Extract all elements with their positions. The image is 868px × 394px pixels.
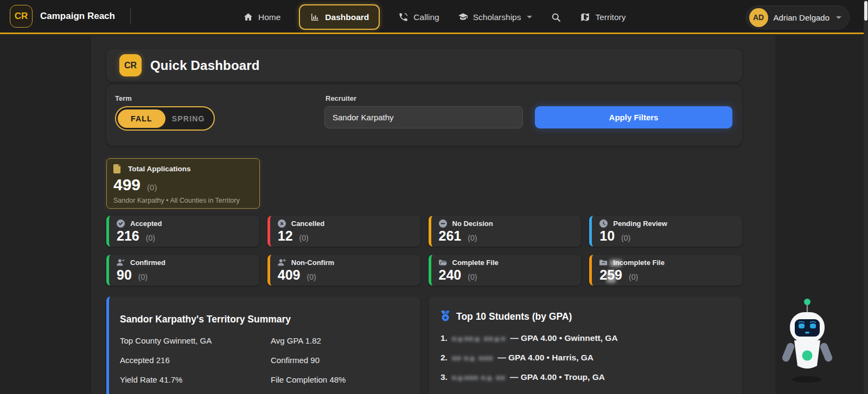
student-list-item: 2. ●● ●▲ ●●● — GPA 4.00 • Harris, GA bbox=[441, 353, 730, 363]
stat-label: Non-Confirm bbox=[291, 259, 334, 267]
home-icon bbox=[243, 12, 253, 22]
user-name: Adrian Delgado bbox=[774, 13, 829, 22]
total-applications-card[interactable]: Total Applications 499 (0) Sandor Karpat… bbox=[106, 158, 260, 209]
page-title: Quick Dashboard bbox=[150, 58, 260, 73]
brand[interactable]: CR Campaign Reach bbox=[0, 5, 131, 28]
scrollbar[interactable] bbox=[864, 0, 868, 394]
stat-value: 216 bbox=[117, 228, 139, 244]
total-applications-subtitle: Sandor Karpathy • All Counties in Territ… bbox=[113, 197, 253, 204]
top-students-card: Top 10 Students (by GPA) 1. ●▲●●▲ ●●▲● —… bbox=[429, 296, 742, 394]
stat-subcount: (0) bbox=[138, 273, 148, 281]
recruiter-label: Recruiter bbox=[326, 94, 356, 102]
chevron-down-icon bbox=[527, 16, 532, 18]
phone-icon bbox=[398, 12, 409, 22]
student-rank: 2. bbox=[441, 353, 448, 363]
stat-label: Cancelled bbox=[291, 219, 324, 228]
stat-subcount: (0) bbox=[468, 273, 477, 281]
stat-value: 12 bbox=[278, 228, 293, 244]
stat-subcount: (0) bbox=[146, 234, 155, 242]
x-circle-icon bbox=[278, 219, 286, 228]
clock-icon bbox=[599, 219, 608, 228]
avatar: AD bbox=[749, 8, 768, 27]
student-rank: 3. bbox=[441, 372, 448, 382]
term-option-spring[interactable]: SPRING bbox=[165, 109, 212, 128]
nav-item-calling[interactable]: Calling bbox=[398, 12, 439, 22]
stat-card-pending-review[interactable]: Pending Review 10 (0) bbox=[589, 216, 742, 247]
brand-logo[interactable]: CR bbox=[10, 5, 33, 28]
nav-item-dashboard[interactable]: Dashboard bbox=[299, 4, 380, 30]
student-detail: — GPA 4.00 • Harris, GA bbox=[497, 353, 593, 363]
page: CR Campaign Reach Home Dashboard Calling… bbox=[0, 0, 868, 394]
nav-search-button[interactable] bbox=[551, 12, 561, 23]
stat-card-cancelled[interactable]: Cancelled 12 (0) bbox=[267, 216, 420, 247]
minus-circle-icon bbox=[439, 219, 447, 228]
stat-subcount: (0) bbox=[299, 234, 309, 242]
dashboard-badge: CR bbox=[119, 54, 142, 76]
bottom-row: Sandor Karpathy's Territory Summary Top … bbox=[106, 296, 742, 394]
main-content: CR Quick Dashboard Term FALL SPRING Recr… bbox=[91, 36, 775, 394]
folder-open-icon bbox=[439, 259, 447, 267]
filter-bar: Term FALL SPRING Recruiter Apply Filters bbox=[106, 85, 742, 146]
territory-summary-title: Sandor Karpathy's Territory Summary bbox=[120, 314, 410, 325]
user-menu[interactable]: AD Adrian Delgado bbox=[746, 5, 850, 29]
bar-chart-icon bbox=[310, 12, 320, 22]
stat-grid: Accepted 216 (0) Cancelled 12 (0) bbox=[106, 216, 742, 286]
total-applications-value: 499 bbox=[113, 176, 141, 194]
stat-card-confirmed[interactable]: Confirmed 90 (0) bbox=[106, 255, 259, 286]
stat-card-accepted[interactable]: Accepted 216 (0) bbox=[106, 216, 259, 247]
nav-item-label: Scholarships bbox=[473, 12, 521, 22]
recruiter-input[interactable] bbox=[324, 106, 523, 128]
stat-label: No Decision bbox=[452, 219, 493, 228]
term-option-fall[interactable]: FALL bbox=[118, 109, 165, 128]
assistant-robot-mascot[interactable] bbox=[778, 297, 838, 389]
stat-card-complete-file[interactable]: Complete File 240 (0) bbox=[429, 255, 582, 286]
territory-stat: Accepted 216 bbox=[120, 356, 271, 365]
total-applications-subcount: (0) bbox=[147, 183, 157, 192]
stat-value: 261 bbox=[439, 228, 462, 244]
redaction-smudge bbox=[607, 271, 616, 283]
stat-card-no-decision[interactable]: No Decision 261 (0) bbox=[429, 216, 582, 247]
stat-card-non-confirm[interactable]: Non-Confirm 409 (0) bbox=[267, 255, 420, 286]
student-name-redacted: ●▲●●● ●▲ ●● bbox=[452, 373, 506, 382]
search-icon bbox=[551, 12, 561, 23]
term-label: Term bbox=[115, 94, 132, 102]
territory-stat: File Completion 48% bbox=[271, 375, 410, 384]
nav-item-scholarships[interactable]: Scholarships bbox=[458, 12, 533, 22]
nav-item-home[interactable]: Home bbox=[243, 12, 280, 22]
top-students-title: Top 10 Students (by GPA) bbox=[456, 311, 572, 322]
student-list-item: 1. ●▲●●▲ ●●▲● — GPA 4.00 • Gwinnett, GA bbox=[441, 333, 730, 343]
scrollbar-thumb[interactable] bbox=[864, 1, 867, 21]
nav-item-label: Calling bbox=[413, 12, 439, 22]
territory-summary-card: Sandor Karpathy's Territory Summary Top … bbox=[106, 296, 420, 394]
territory-stat: Yield Rate 41.7% bbox=[120, 375, 271, 384]
student-rank: 1. bbox=[441, 333, 448, 343]
apply-filters-button[interactable]: Apply Filters bbox=[535, 106, 732, 128]
stat-value: 240 bbox=[439, 267, 462, 283]
stat-value: 409 bbox=[278, 267, 301, 283]
stat-card-incomplete-file[interactable]: Incomplete File 259 (0) bbox=[589, 255, 742, 286]
person-x-icon bbox=[278, 259, 286, 267]
check-circle-icon bbox=[117, 219, 125, 228]
nav-item-label: Dashboard bbox=[325, 12, 369, 22]
redaction-smudge bbox=[610, 260, 622, 267]
person-check-icon bbox=[117, 259, 125, 267]
map-icon bbox=[580, 12, 590, 22]
nav-item-label: Home bbox=[258, 12, 280, 22]
brand-divider bbox=[130, 8, 131, 24]
total-applications-label: Total Applications bbox=[128, 165, 191, 173]
nav-item-territory[interactable]: Territory bbox=[580, 12, 626, 22]
medal-icon bbox=[441, 311, 450, 322]
student-name-redacted: ●● ●▲ ●●● bbox=[452, 354, 493, 362]
stat-label: Accepted bbox=[130, 219, 162, 228]
territory-stat: Top County Gwinnett, GA bbox=[120, 336, 271, 345]
territory-stat: Avg GPA 1.82 bbox=[271, 336, 410, 345]
stat-subcount: (0) bbox=[307, 273, 316, 281]
nav-item-label: Territory bbox=[595, 12, 626, 22]
graduation-cap-icon bbox=[458, 12, 468, 22]
territory-stat: Confirmed 90 bbox=[271, 356, 410, 365]
stat-subcount: (0) bbox=[468, 234, 477, 242]
term-toggle[interactable]: FALL SPRING bbox=[115, 106, 215, 131]
student-list-item: 3. ●▲●●● ●▲ ●● — GPA 4.00 • Troup, GA bbox=[441, 372, 730, 382]
stat-subcount: (0) bbox=[621, 234, 630, 242]
stat-label: Confirmed bbox=[130, 259, 165, 267]
